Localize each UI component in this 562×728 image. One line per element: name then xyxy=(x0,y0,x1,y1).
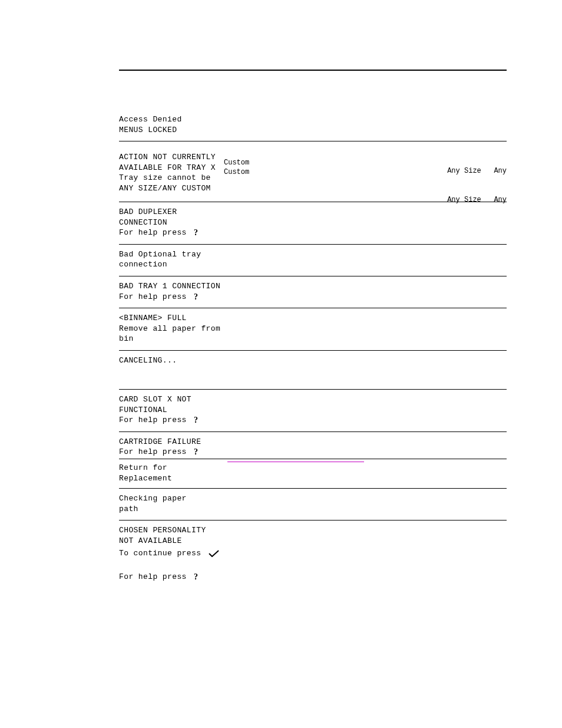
msg-line: connection xyxy=(119,259,223,270)
msg-line: CONNECTION xyxy=(119,218,223,228)
help-text: For help press xyxy=(119,416,187,424)
right-frag-text: Any Size Any xyxy=(447,166,507,176)
col2-text: Custom xyxy=(224,167,395,177)
row-binname-full: <BINNAME> FULL Remove all paper from bin xyxy=(119,308,507,350)
msg-line: CARD SLOT X NOT xyxy=(119,394,223,405)
svg-text:?: ? xyxy=(194,572,198,581)
question-mark-icon: ? xyxy=(194,416,200,424)
row-chosen-personality: CHOSEN PERSONALITY NOT AVAILABLE To cont… xyxy=(119,521,507,599)
msg-line: path xyxy=(119,504,223,515)
msg-line: Return for xyxy=(119,463,223,473)
msg-line: Access Denied xyxy=(119,114,223,125)
msg-line: BAD TRAY 1 CONNECTION xyxy=(119,281,223,292)
help-line: For help press ? xyxy=(119,415,223,426)
svg-text:?: ? xyxy=(194,416,198,424)
msg-line: CHOSEN PERSONALITY xyxy=(119,525,223,536)
row-action-not-available: ACTION NOT CURRENTLY AVAILABLE FOR TRAY … xyxy=(119,141,507,202)
msg-line: BAD DUPLEXER xyxy=(119,207,223,218)
msg-line: ACTION NOT CURRENTLY xyxy=(119,152,223,163)
row-bad-duplexer: BAD DUPLEXER CONNECTION For help press ? xyxy=(119,202,507,244)
msg-line: Checking paper xyxy=(119,493,223,504)
row-access-denied: Access Denied MENUS LOCKED xyxy=(119,71,507,141)
msg-line: <BINNAME> FULL xyxy=(119,313,223,324)
continue-text: To continue press xyxy=(119,549,201,558)
help-line: For help press ? xyxy=(119,572,223,582)
msg-line: CANCELING... xyxy=(119,355,223,366)
msg-line: FUNCTIONAL xyxy=(119,405,223,416)
row-bad-optional-tray: Bad Optional tray connection xyxy=(119,245,507,276)
msg-line: ANY SIZE/ANY CUSTOM xyxy=(119,183,223,194)
help-text: For help press xyxy=(119,292,187,301)
svg-text:?: ? xyxy=(194,228,198,236)
svg-text:?: ? xyxy=(194,447,198,456)
continue-line: To continue press xyxy=(119,548,223,559)
msg-line: MENUS LOCKED xyxy=(119,125,223,136)
question-mark-icon: ? xyxy=(194,228,200,236)
msg-line: Remove all paper from xyxy=(119,324,223,334)
help-line: For help press ? xyxy=(119,447,223,457)
row-return-replacement: Return for Replacement xyxy=(119,459,507,488)
svg-text:?: ? xyxy=(194,292,198,301)
msg-line: Bad Optional tray xyxy=(119,249,223,260)
question-mark-icon: ? xyxy=(194,572,200,581)
help-text: For help press xyxy=(119,228,187,237)
row-canceling: CANCELING... xyxy=(119,351,507,390)
msg-line: AVAILABLE FOR TRAY X xyxy=(119,163,223,173)
col2-text: Custom xyxy=(224,158,395,167)
question-mark-icon: ? xyxy=(194,447,200,456)
msg-line: Replacement xyxy=(119,473,223,484)
row-bad-tray1: BAD TRAY 1 CONNECTION For help press ? xyxy=(119,276,507,308)
help-line: For help press ? xyxy=(119,292,223,302)
msg-line: CARTRIDGE FAILURE xyxy=(119,437,223,447)
row-card-slot: CARD SLOT X NOT FUNCTIONAL For help pres… xyxy=(119,390,507,431)
row-checking-paper: Checking paper path xyxy=(119,489,507,520)
help-text: For help press xyxy=(119,572,187,581)
check-mark-icon xyxy=(209,550,219,557)
msg-line: NOT AVAILABLE xyxy=(119,536,223,546)
row-cartridge-failure: CARTRIDGE FAILURE For help press ? xyxy=(119,432,507,459)
question-mark-icon: ? xyxy=(194,292,200,301)
help-line: For help press ? xyxy=(119,228,223,238)
help-text: For help press xyxy=(119,447,187,456)
msg-line: Tray size cannot be xyxy=(119,173,223,183)
msg-line: bin xyxy=(119,334,223,344)
